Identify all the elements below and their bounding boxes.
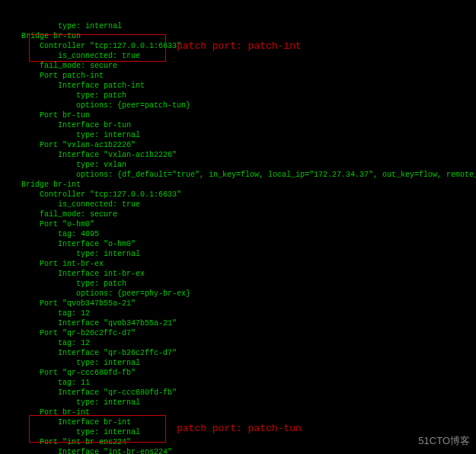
terminal-line: options: {peer=phy-br-ex} (3, 289, 473, 299)
terminal-line: Interface patch-int (3, 81, 473, 91)
terminal-line: Interface br-tun (3, 120, 473, 130)
terminal-line: type: internal (3, 358, 473, 368)
terminal-line: Bridge br-int (3, 180, 473, 190)
terminal-line: Interface "qr-ccc680fd-fb" (3, 388, 473, 398)
terminal-line: type: patch (3, 91, 473, 101)
terminal-line: options: {peer=patch-tun} (3, 101, 473, 110)
terminal-line: Port "qr-b26c2ffc-d7" (3, 328, 473, 338)
terminal-line: fail_mode: secure (3, 61, 473, 71)
terminal-output: type: internal Bridge br-tun Controller … (0, 0, 476, 454)
terminal-line: tag: 4095 (3, 229, 473, 239)
terminal-line: fail_mode: secure (3, 209, 473, 219)
terminal-line: Port "o-hm0" (3, 219, 473, 229)
terminal-line: Port "qvob347b55a-21" (3, 299, 473, 309)
terminal-line: Interface "o-hm0" (3, 239, 473, 249)
terminal-lines-container: type: internal Bridge br-tun Controller … (3, 21, 473, 454)
terminal-line: Port int-br-ex (3, 259, 473, 269)
terminal-line: tag: 12 (3, 338, 473, 348)
terminal-line: Controller "tcp:127.0.0.1:6633" (3, 190, 473, 200)
terminal-line: tag: 11 (3, 378, 473, 388)
terminal-line: Port br-tun (3, 110, 473, 120)
terminal-line: type: internal (3, 21, 473, 31)
terminal-line: is_connected: true (3, 200, 473, 209)
terminal-line: Interface "vxlan-ac1b2226" (3, 150, 473, 160)
annotation-patch-int: patch port: patch-int (177, 40, 302, 53)
terminal-line: Port patch-int (3, 71, 473, 81)
terminal-line: Port "int-br-ens224" (3, 437, 473, 447)
terminal-line: type: internal (3, 130, 473, 140)
terminal-line: Port "vxlan-ac1b2226" (3, 140, 473, 150)
annotation-patch-tun: patch port: patch-tun (177, 423, 302, 436)
terminal-line: type: internal (3, 249, 473, 259)
terminal-line: tag: 12 (3, 309, 473, 318)
terminal-line: Port "qr-ccc680fd-fb" (3, 368, 473, 378)
terminal-line: Port br-int (3, 408, 473, 417)
terminal-line: Interface "qvob347b55a-21" (3, 318, 473, 328)
terminal-line: options: {df_default="true", in_key=flow… (3, 170, 473, 180)
terminal-line: Interface int-br-ex (3, 269, 473, 279)
terminal-line: type: vxlan (3, 160, 473, 170)
terminal-line: Interface "int-br-ens224" (3, 447, 473, 454)
terminal-line: Interface "qr-b26c2ffc-d7" (3, 348, 473, 358)
watermark: 51CTO博客 (418, 435, 470, 448)
terminal-line: type: patch (3, 279, 473, 289)
terminal-line: type: internal (3, 398, 473, 408)
